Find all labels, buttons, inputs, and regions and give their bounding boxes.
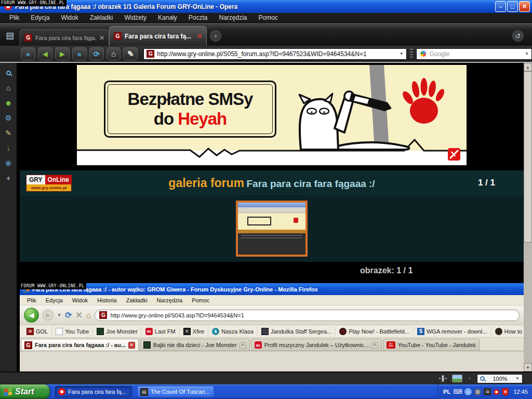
rewind-button[interactable]: «	[21, 47, 35, 60]
ff-tab-2[interactable]: Bajki nie dla dzieci - Joe Monster ✕	[140, 339, 250, 351]
forward-button[interactable]: ▶	[55, 47, 70, 60]
restore-button[interactable]: □	[507, 1, 518, 12]
gallery-thumbnail[interactable]	[236, 201, 308, 257]
menu-widzety[interactable]: Widżety	[119, 13, 152, 22]
ff-menu-widok[interactable]: Widok	[68, 296, 92, 304]
ff-reload-button[interactable]: ⟳	[65, 310, 72, 320]
gallery-footer: obrazek: 1 / 1	[20, 262, 524, 281]
scroll-up-icon[interactable]: ▲	[524, 63, 532, 71]
chevron-down-icon[interactable]: ▼	[400, 51, 404, 56]
menu-pomoc[interactable]: Pomoc	[254, 13, 283, 22]
skull-tray-icon[interactable]: ☠	[484, 388, 491, 395]
close-icon[interactable]: ✕	[197, 33, 202, 40]
address-bar[interactable]: G http://www.gry-online.pl/S055_forum.as…	[143, 48, 406, 60]
ff-back-button[interactable]: ◀	[24, 308, 39, 323]
notes-icon[interactable]: ✎	[4, 128, 13, 138]
close-button[interactable]: ✕	[519, 1, 530, 12]
chevron-down-icon[interactable]: ▼	[57, 313, 61, 317]
language-indicator[interactable]: PL	[443, 389, 450, 395]
chevron-down-icon[interactable]: ▼	[468, 376, 472, 381]
search-field[interactable]: Google ▼	[416, 48, 532, 60]
ff-address-url[interactable]: http://www.gry-online.pl/S043.asp?ID=946…	[110, 312, 244, 318]
menu-kanaly[interactable]: Kanały	[153, 13, 182, 22]
links-globe-icon[interactable]: ⊕	[4, 158, 13, 168]
bookmark-xfire[interactable]: XXfire	[180, 327, 209, 336]
address-url[interactable]: http://www.gry-online.pl/S055_forum.asp?…	[157, 50, 396, 58]
ff-menu-narzedzia[interactable]: Narzędzia	[153, 296, 187, 304]
back-button[interactable]: ◀	[38, 47, 52, 60]
panels-toggle-icon[interactable]: ▤	[3, 28, 17, 43]
ff-tab-1-active[interactable]: G Fara para cira fara fągaaa :/ - au... …	[21, 339, 139, 351]
taskbar-task-game[interactable]: ☠ The Count Of Tuscan...	[137, 386, 214, 397]
reload-button[interactable]: ⟳	[89, 47, 104, 60]
opera-tab-1[interactable]: G Fara para cira fara fąga... ✕	[20, 29, 109, 46]
add-panel-icon[interactable]: +	[4, 174, 13, 183]
images-toggle-icon[interactable]	[452, 375, 462, 382]
bookmark-wga[interactable]: SWGA remover - downl...	[414, 327, 491, 336]
ff-menu-zakladki[interactable]: Zakładki	[122, 296, 152, 304]
closed-tabs-trash-icon[interactable]: ↺	[512, 30, 524, 42]
thumb-toolbar	[238, 207, 305, 213]
bookmark-jandulka[interactable]: Jandulka Staff Sergea...	[258, 327, 336, 336]
ff-home-button[interactable]: ⌂	[86, 311, 91, 320]
fast-forward-button[interactable]: »	[72, 47, 87, 60]
keyboard-icon[interactable]: ⌨	[453, 389, 462, 395]
banner-text-line2: do	[154, 109, 178, 128]
chevron-down-icon[interactable]: ▼	[515, 376, 520, 381]
new-tab-button[interactable]: +	[210, 30, 221, 42]
ff-tab-3[interactable]: as Profil muzyczny Jandulek – Użytkownic…	[251, 339, 382, 351]
clock[interactable]: 12:45	[513, 389, 528, 395]
ff-forward-button[interactable]: ▶	[43, 310, 54, 321]
bookmark-naszaklasa[interactable]: kNasza Klasa	[208, 327, 258, 336]
scrollbar-vertical[interactable]: ▲ ▼	[524, 63, 532, 371]
bookmark-lastfm[interactable]: asLast FM	[142, 327, 180, 336]
tray-chevron-icon[interactable]: ‹	[464, 388, 472, 395]
toolbar-drag-handle[interactable]	[410, 49, 413, 59]
search-icon[interactable]	[4, 68, 13, 77]
widgets-gear-icon[interactable]: ⚙	[4, 113, 13, 123]
start-button[interactable]: Start	[0, 384, 50, 399]
close-icon[interactable]: ✕	[128, 342, 135, 349]
minimize-button[interactable]: –	[495, 1, 506, 12]
bookmark-joemonster[interactable]: Joe Monster	[93, 327, 142, 336]
close-icon[interactable]: ✕	[240, 342, 246, 349]
ff-menu-pomoc[interactable]: Pomoc	[188, 296, 214, 304]
security-alert-icon[interactable]: ✕	[502, 388, 509, 396]
bookmark-youtube[interactable]: You Tube	[52, 327, 93, 336]
menu-edycja[interactable]: Edycja	[25, 13, 55, 22]
ff-address-bar[interactable]: G http://www.gry-online.pl/S043.asp?ID=9…	[95, 310, 520, 321]
menu-zakladki[interactable]: Zakładki	[85, 13, 118, 22]
panel-resize-icon[interactable]	[439, 375, 447, 382]
ad-banner[interactable]: Bezpłatne SMSy do Heyah	[77, 65, 467, 165]
ff-menu-plik[interactable]: Plik	[23, 296, 41, 304]
bookmark-gol[interactable]: GGOL	[23, 327, 52, 336]
menu-narzedzia[interactable]: Narzędzia	[214, 13, 252, 22]
gallery-body	[20, 195, 524, 262]
contacts-icon[interactable]: ☻	[4, 98, 13, 108]
close-icon[interactable]: ✕	[371, 342, 378, 349]
menu-plik[interactable]: Plik	[4, 13, 24, 22]
tray-app-icon[interactable]	[474, 389, 481, 395]
opera-tray-icon[interactable]	[494, 389, 499, 395]
scroll-down-icon[interactable]: ▼	[524, 363, 532, 371]
zoom-control[interactable]: 100% ▼	[477, 374, 523, 383]
ff-menu-edycja[interactable]: Edycja	[42, 296, 67, 304]
bookmark-playnow[interactable]: Play Now! - Battlefield...	[336, 327, 414, 336]
thumb-strip	[238, 230, 305, 233]
taskbar-task-opera[interactable]: Fara para cira fara fą...	[55, 386, 132, 397]
home-panel-icon[interactable]: ⌂	[4, 83, 13, 92]
home-button[interactable]: ⌂	[107, 47, 121, 60]
ff-stop-button[interactable]: ✕	[75, 310, 82, 320]
menu-poczta[interactable]: Poczta	[183, 13, 213, 22]
downloads-icon[interactable]: ↓	[4, 143, 13, 153]
opera-tab-2-active[interactable]: G Fara para cira fara fą... ✕	[109, 26, 207, 46]
ff-tab-4[interactable]: YouTube YouTube - YouTube - Jandulek	[383, 339, 480, 351]
close-icon[interactable]: ✕	[99, 34, 104, 42]
bookmark-howto[interactable]: How to install	[491, 327, 524, 336]
scrollbar-thumb[interactable]	[524, 71, 532, 243]
chevron-down-icon[interactable]: ▼	[525, 51, 529, 56]
opera-toolbar: « ◀ ▶ » ⟳ ⌂ ✎ G http://www.gry-online.pl…	[0, 46, 532, 63]
ff-menu-historia[interactable]: Historia	[93, 296, 121, 304]
note-button[interactable]: ✎	[123, 47, 138, 60]
menu-widok[interactable]: Widok	[56, 13, 83, 22]
